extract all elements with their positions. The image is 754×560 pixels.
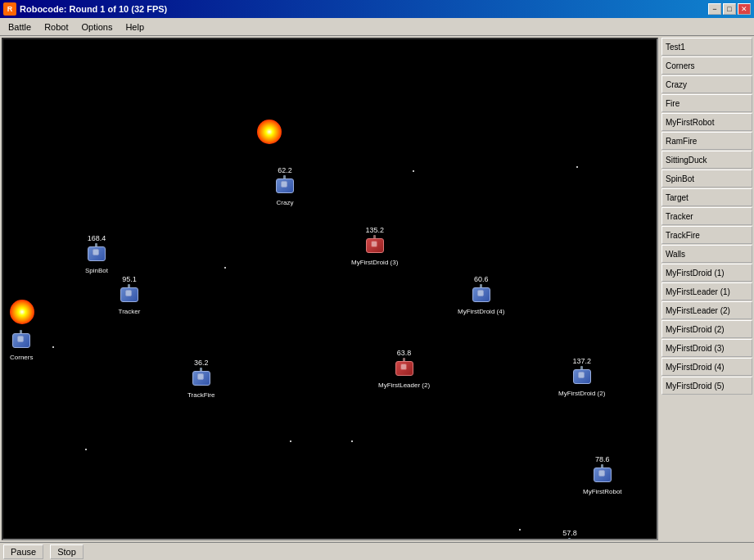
robot-score-label: 57.8 [562, 529, 577, 537]
robot-score-label: 60.6 [474, 275, 489, 283]
star-decoration [52, 346, 54, 348]
menu-robot[interactable]: Robot [38, 20, 74, 34]
titlebar: R Robocode: Round 1 of 10 (32 FPS) − □ ✕ [0, 0, 754, 18]
robot-score-label: 135.2 [365, 226, 384, 234]
robot-name-label: Corners [10, 354, 33, 361]
minimize-button[interactable]: − [708, 3, 721, 15]
robot-score-label: 168.4 [88, 234, 106, 242]
star-decoration [519, 529, 521, 531]
robot-score-label: 62.2 [278, 166, 292, 174]
robot-body [118, 284, 141, 307]
robot-body [571, 366, 594, 389]
star-decoration [85, 449, 87, 450]
robot-list-item[interactable]: Corners [661, 56, 752, 75]
robot-score-label: 63.8 [397, 349, 412, 357]
robot-list-item[interactable]: MyFirstLeader (1) [661, 282, 752, 300]
menu-battle[interactable]: Battle [2, 20, 38, 34]
app-icon: R [3, 2, 16, 16]
robot-name-label: MyFirstDroid (3) [351, 259, 398, 266]
robot-list-item[interactable]: RamFire [661, 132, 752, 150]
robot-body [558, 538, 581, 540]
robot-body [393, 358, 416, 381]
robot-score-label: 36.2 [194, 359, 209, 367]
robot-corners: Corners [10, 330, 33, 361]
robot-list-item[interactable]: Test1 [661, 38, 752, 56]
robot-crazy: 62.2Crazy [273, 166, 296, 206]
robot-name-label: Tracker [119, 308, 141, 315]
battlefield: 62.2Crazy135.2MyFirstDroid (3)60.6MyFirs… [2, 38, 658, 540]
robot-body [363, 235, 386, 258]
robot-name-label: MyFirstDroid (2) [558, 390, 605, 397]
explosion-effect [257, 120, 282, 144]
robot-tracker: 95.1Tracker [118, 275, 141, 315]
robot-spinbot: 168.4SpinBot [85, 234, 108, 274]
menu-help[interactable]: Help [119, 20, 151, 34]
robot-body [190, 368, 213, 391]
close-button[interactable]: ✕ [738, 3, 751, 15]
robot-list-item[interactable]: SpinBot [661, 169, 752, 187]
robot-list-item[interactable]: MyFirstRobot [661, 113, 752, 131]
menu-options[interactable]: Options [75, 20, 120, 34]
robot-name-label: SpinBot [85, 267, 108, 274]
robot-list-item[interactable]: Fire [661, 94, 752, 112]
robot-score-label: 137.2 [572, 357, 591, 365]
robot-list-item[interactable]: SittingDuck [661, 151, 752, 169]
robot-body [85, 243, 108, 266]
robot-list-item[interactable]: Tracker [661, 207, 752, 225]
robot-body [273, 175, 296, 198]
star-decoration [413, 170, 414, 172]
robot-mfd2: 137.2MyFirstDroid (2) [558, 357, 605, 397]
star-decoration [290, 440, 291, 442]
robot-name-label: MyFirstLeader (2) [378, 382, 430, 389]
stop-button[interactable]: Stop [50, 544, 84, 559]
robot-name-label: TrackFire [187, 391, 214, 399]
statusbar: Pause Stop [0, 542, 754, 560]
main-area: 62.2Crazy135.2MyFirstDroid (3)60.6MyFirs… [0, 36, 754, 542]
robot-list-item[interactable]: TrackFire [661, 226, 752, 244]
window-title: Robocode: Round 1 of 10 (32 FPS) [20, 4, 707, 14]
robot-name-label: MyFirstRobot [583, 488, 622, 495]
robot-list-item[interactable]: MyFirstDroid (5) [661, 377, 752, 395]
maximize-button[interactable]: □ [723, 3, 736, 15]
robot-score-label: 78.6 [595, 455, 610, 463]
pause-button[interactable]: Pause [3, 544, 43, 559]
robot-body [470, 284, 493, 307]
robot-list-item[interactable]: MyFirstDroid (2) [661, 320, 752, 338]
robot-mfd4: 60.6MyFirstDroid (4) [458, 275, 504, 315]
robot-trackfire: 36.2TrackFire [187, 359, 214, 399]
star-decoration [576, 166, 578, 168]
robot-list-panel: Test1CornersCrazyFireMyFirstRobotRamFire… [660, 36, 754, 542]
robot-list-item[interactable]: MyFirstDroid (4) [661, 358, 752, 376]
robot-body [10, 330, 33, 353]
robot-mfl2: 63.8MyFirstLeader (2) [378, 349, 430, 389]
robot-list-item[interactable]: Crazy [661, 75, 752, 93]
robot-list-item[interactable]: Walls [661, 245, 752, 263]
robot-name-label: Crazy [277, 199, 294, 206]
robot-mfd3: 135.2MyFirstDroid (3) [351, 226, 398, 266]
robot-score-label: 95.1 [122, 275, 137, 283]
robot-list-item[interactable]: MyFirstDroid (1) [661, 264, 752, 282]
robot-test1: 57.8Test1 [558, 529, 581, 540]
robot-list-item[interactable]: Target [661, 188, 752, 206]
star-decoration [351, 440, 353, 442]
robot-mfrobot: 78.6MyFirstRobot [583, 455, 622, 495]
robot-name-label: MyFirstDroid (4) [458, 308, 504, 315]
star-decoration [224, 267, 226, 269]
explosion-effect [10, 300, 34, 324]
robot-list-item[interactable]: MyFirstDroid (3) [661, 339, 752, 357]
robot-body [591, 464, 614, 487]
robot-list-item[interactable]: MyFirstLeader (2) [661, 301, 752, 319]
menubar: Battle Robot Options Help [0, 18, 754, 36]
